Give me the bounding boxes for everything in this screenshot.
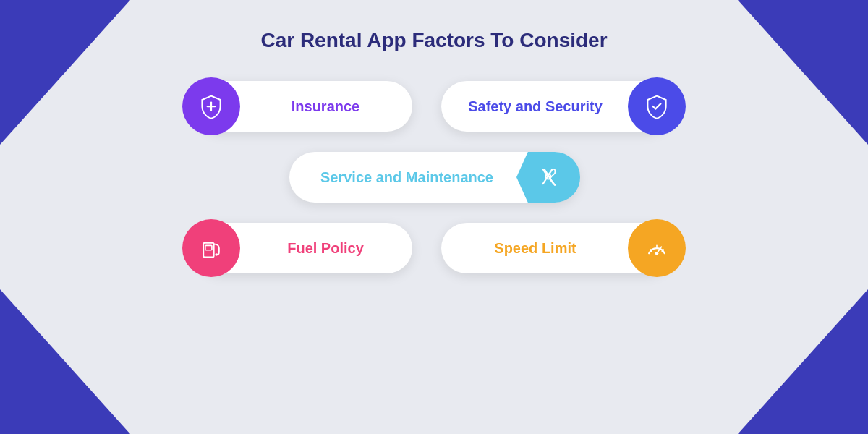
wrench-screwdriver-icon	[535, 164, 561, 190]
corner-decoration-bl	[0, 289, 130, 434]
safety-label: Safety and Security	[441, 98, 622, 115]
svg-line-6	[550, 179, 555, 185]
speed-card: Speed Limit	[441, 223, 673, 273]
svg-point-14	[655, 252, 659, 255]
maintenance-icon-badge	[516, 152, 580, 203]
speed-icon-badge	[628, 219, 686, 277]
safety-card: Safety and Security	[441, 81, 673, 132]
svg-point-9	[215, 253, 218, 256]
corner-decoration-br	[738, 289, 868, 434]
shield-plus-icon	[198, 93, 224, 119]
svg-rect-8	[205, 245, 212, 250]
row-3: Fuel Policy Speed Limit	[195, 223, 673, 273]
fuel-label: Fuel Policy	[246, 240, 412, 257]
insurance-card: Insurance	[195, 81, 412, 132]
insurance-icon-badge	[182, 77, 240, 135]
fuel-icon-badge	[182, 219, 240, 277]
speedometer-icon	[644, 235, 670, 261]
fuel-pump-icon	[198, 235, 224, 261]
fuel-card: Fuel Policy	[195, 223, 412, 273]
insurance-label: Insurance	[246, 98, 412, 115]
row-1: Insurance Safety and Security	[195, 81, 673, 132]
page-content: Car Rental App Factors To Consider Insur…	[0, 0, 868, 273]
safety-icon-badge	[628, 77, 686, 135]
row-2: Service and Maintenance	[289, 152, 579, 203]
maintenance-card: Service and Maintenance	[289, 152, 579, 203]
page-title: Car Rental App Factors To Consider	[260, 29, 607, 52]
speed-label: Speed Limit	[441, 240, 622, 257]
cards-container: Insurance Safety and Security Service an…	[0, 81, 868, 273]
shield-check-icon	[644, 93, 670, 119]
